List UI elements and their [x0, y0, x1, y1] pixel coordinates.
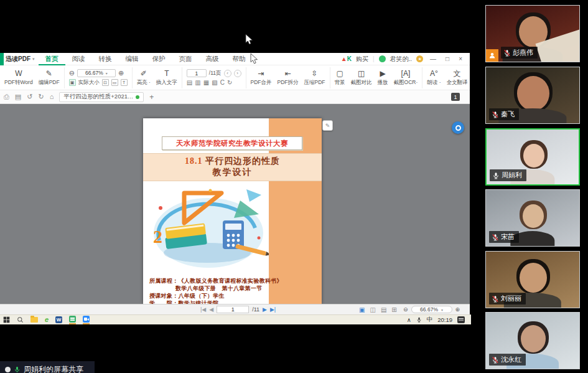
prev-page-button[interactable]: ◀	[209, 306, 213, 313]
system-tray: ∧ 中 20:19	[407, 316, 471, 324]
page-number-input[interactable]: 1	[217, 306, 249, 313]
read-aloud-button[interactable]: A°朗读 ·	[427, 69, 441, 87]
toolbar-button-label: 编辑PDF	[39, 79, 60, 87]
layout-facing-icon[interactable]: ▥	[195, 79, 200, 86]
single-page-view-button[interactable]: ▣	[359, 306, 365, 313]
participant-name-bar: 刘丽丽	[489, 293, 526, 305]
first-page-button[interactable]: |◀	[200, 306, 206, 313]
start-button[interactable]	[3, 315, 10, 324]
meeting-window: 迅读PDF ▾ 首页阅读转换编辑保护页面高级帮助 ▲K 购买 | 君笑的.. ★…	[0, 0, 588, 373]
redo-icon[interactable]: ↻	[38, 93, 44, 100]
close-button[interactable]: ×	[456, 55, 465, 62]
save-icon[interactable]: ▤	[15, 93, 21, 100]
highlight-icon: ✐	[141, 69, 147, 78]
fit-width-icon[interactable]: ⊡	[102, 79, 109, 86]
continuous-view-button[interactable]: ▤	[381, 306, 386, 313]
text-mode-icon[interactable]: T	[121, 79, 128, 86]
undo-icon[interactable]: ↺	[27, 93, 32, 100]
app-brand[interactable]: 迅读PDF ▾	[0, 53, 39, 65]
menu-tab-4[interactable]: 保护	[146, 53, 172, 65]
compress-pdf-button[interactable]: ⇳压缩PDF	[304, 69, 325, 87]
last-page-button[interactable]: ▶|	[270, 306, 276, 313]
menu-tab-1[interactable]: 阅读	[65, 53, 92, 65]
translate-button[interactable]: 文全文翻译	[446, 69, 467, 87]
zoom-in-button[interactable]: ⊕	[455, 306, 460, 313]
participant-face	[523, 204, 544, 228]
menu-tab-5[interactable]: 页面	[172, 53, 199, 65]
edit-pdf-button[interactable]: ✎编辑PDF	[39, 69, 60, 87]
participant-tile[interactable]: 周娟利	[485, 128, 580, 186]
course-info: 所属课程：《人教版义务教育课程标准实验教科书》 数学八年级下册 第十八章第一节 …	[149, 277, 317, 304]
layout-book-icon[interactable]: ▦	[203, 79, 209, 86]
clock[interactable]: 20:19	[437, 316, 452, 323]
floating-assistant-button[interactable]	[452, 121, 464, 134]
ime-indicator[interactable]: 中	[427, 316, 433, 324]
view-mode-buttons: ▣ ◫ ▤ ⊞	[359, 305, 397, 314]
rotate-left-icon[interactable]: C	[220, 79, 225, 86]
maximize-button[interactable]: □	[443, 55, 452, 62]
notification-center-icon[interactable]	[457, 316, 465, 323]
zoom-level-select[interactable]: 66.67% ▾	[77, 69, 116, 77]
participant-tile[interactable]: 彭燕伟	[485, 5, 580, 62]
fit-page-icon[interactable]: ▭	[111, 79, 118, 86]
pdf-split-button[interactable]: ⇤PDF拆分	[278, 69, 299, 87]
notification-badge[interactable]: 1	[451, 93, 460, 101]
file-explorer-button[interactable]	[30, 315, 38, 324]
participant-tile[interactable]: 宋苗	[485, 189, 580, 247]
participant-tile[interactable]: 沈永红	[485, 312, 580, 369]
tray-expand-button[interactable]: ∧	[407, 316, 411, 323]
prev-page-button[interactable]: ‹	[224, 70, 231, 77]
taskbar-search-button[interactable]	[17, 315, 24, 324]
layout-scroll-icon[interactable]: ▧	[212, 79, 217, 86]
pdf-app-taskbar-button[interactable]	[69, 315, 76, 324]
insert-text-icon: T	[164, 69, 169, 78]
section-title: 18.1 平行四边形的性质	[143, 156, 322, 167]
next-page-button[interactable]: ▶	[263, 306, 267, 313]
two-page-view-button[interactable]: ◫	[370, 306, 375, 313]
insert-text-button[interactable]: T插入文字	[156, 69, 177, 87]
menu-tab-2[interactable]: 转换	[92, 53, 119, 65]
participant-tile[interactable]: 秦飞	[485, 67, 580, 124]
menu-tab-3[interactable]: 编辑	[119, 53, 146, 65]
ocr-button[interactable]: [A]截图OCR·	[394, 69, 418, 87]
highlight-button[interactable]: ✐高亮 ·	[137, 69, 151, 87]
next-page-button[interactable]: ›	[234, 70, 241, 77]
document-tab[interactable]: 平行四边形的性质+20211506..	[59, 92, 144, 102]
print-icon[interactable]: ⎙	[4, 93, 9, 100]
word-convert-button[interactable]: WPDF转Word	[4, 69, 33, 87]
menu-tab-7[interactable]: 帮助	[226, 53, 253, 65]
zoom-out-button[interactable]: ⊖	[403, 306, 408, 313]
participant-name: 刘丽丽	[501, 294, 521, 303]
zoom-in-button[interactable]: ⊕	[118, 70, 124, 77]
browser-button[interactable]: e	[45, 315, 49, 324]
meeting-app-taskbar-button[interactable]	[83, 315, 90, 324]
pdf-merge-button[interactable]: ⇥PDF合并	[251, 69, 272, 87]
zoom-level-select[interactable]: 66.67% ▾	[411, 306, 452, 313]
minimize-button[interactable]: —	[427, 55, 439, 62]
page-number-input[interactable]: 1	[187, 69, 207, 77]
actual-size-icon: ▣	[69, 79, 76, 86]
app-logo-icon	[0, 53, 4, 65]
word-app-button[interactable]: W	[55, 315, 62, 324]
buy-button[interactable]: 购买	[356, 55, 368, 64]
rotate-right-icon[interactable]: ↻	[227, 79, 232, 86]
menu-tab-6[interactable]: 高级	[199, 53, 226, 65]
grid-view-button[interactable]: ⊞	[391, 306, 396, 313]
annotate-fab-button[interactable]: ✎	[322, 120, 333, 131]
avatar[interactable]	[379, 55, 386, 62]
zoom-out-button[interactable]: ⊖	[69, 70, 75, 77]
layout-single-icon[interactable]: ▤	[187, 79, 192, 86]
toolbar-group-5: ▢背景◫截图对比▶播放[A]截图OCR·	[330, 67, 423, 88]
menu-tab-0[interactable]: 首页	[39, 53, 65, 65]
tray-mic-icon[interactable]	[416, 316, 422, 323]
actual-size-button[interactable]: 实际大小	[78, 79, 100, 87]
play-button[interactable]: ▶播放	[378, 69, 388, 87]
muted-mic-icon	[492, 234, 499, 241]
home-icon[interactable]: ⌂	[50, 93, 54, 100]
new-tab-button[interactable]: +	[149, 93, 154, 102]
compare-button[interactable]: ◫截图对比	[351, 69, 372, 87]
background-button[interactable]: ▢背景	[335, 69, 345, 87]
account-name[interactable]: 君笑的..	[390, 55, 413, 64]
participant-tile[interactable]: 刘丽丽	[485, 251, 580, 308]
vip-medal-icon[interactable]: ★	[416, 55, 423, 62]
